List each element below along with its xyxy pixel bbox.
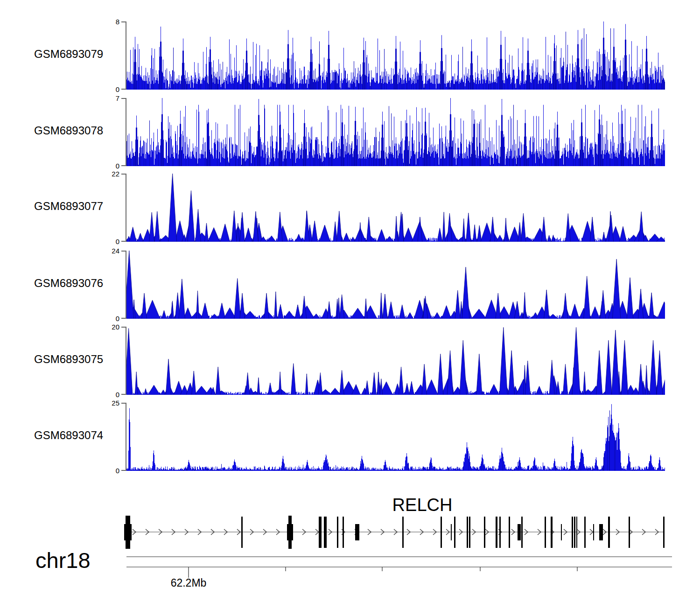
y-axis-max-label: 20: [87, 323, 119, 331]
y-axis-max-label: 22: [87, 170, 119, 178]
exon-rect: [499, 517, 501, 548]
y-axis-zero-label: 0: [87, 162, 119, 170]
y-axis-bottom-tick: [121, 470, 126, 471]
gene-model-svg: [0, 485, 700, 600]
exon-rect: [496, 517, 497, 548]
exon-rect: [343, 517, 344, 548]
coverage-track: GSM6893079 8 0: [0, 21, 700, 90]
gene-name-label: RELCH: [352, 496, 492, 514]
y-axis-bottom-tick: [121, 394, 126, 395]
chromosome-label: chr18: [35, 549, 91, 572]
coverage-track: GSM6893076 24 0: [0, 251, 700, 319]
exon-utr-rect: [287, 524, 293, 540]
coverage-track: GSM6893077 22 0: [0, 174, 700, 242]
exon-rect: [545, 517, 546, 548]
track-sample-label: GSM6893075: [34, 353, 103, 366]
y-axis-zero-label: 0: [87, 467, 119, 475]
coverage-track: GSM6893078 7 0: [0, 98, 700, 166]
exon-rect: [561, 524, 562, 540]
exon-rect: [324, 517, 327, 548]
exon-rect: [608, 517, 610, 548]
y-axis-max-label: 25: [87, 399, 119, 407]
exon-rect: [241, 517, 243, 548]
exon-rect: [599, 524, 603, 540]
exon-rect: [551, 517, 553, 548]
y-axis-top-tick: [121, 21, 126, 22]
exon-utr-rect: [124, 524, 132, 540]
coordinate-tick-label: 62.2Mb: [151, 577, 226, 589]
exon-rect: [584, 517, 586, 548]
exon-rect: [337, 517, 338, 548]
y-axis-top-tick: [121, 327, 126, 328]
y-axis-max-label: 7: [87, 94, 119, 102]
y-axis-bottom-tick: [121, 89, 126, 90]
y-axis-zero-label: 0: [87, 238, 119, 245]
coverage-signal-canvas: [126, 21, 665, 90]
exon-rect: [663, 517, 665, 548]
exon-rect: [518, 524, 521, 540]
coverage-signal-canvas: [126, 327, 665, 395]
exon-rect: [355, 524, 359, 540]
coverage-signal-canvas: [126, 251, 665, 319]
y-axis-zero-label: 0: [87, 315, 119, 322]
exon-rect: [402, 517, 404, 548]
y-axis-max-label: 8: [87, 18, 119, 26]
track-sample-label: GSM6893078: [34, 124, 103, 137]
exon-rect: [484, 517, 485, 548]
exon-rect: [574, 517, 575, 548]
y-axis-bottom-tick: [121, 241, 126, 242]
exon-rect: [467, 517, 468, 548]
track-sample-label: GSM6893077: [34, 200, 103, 213]
coverage-signal-canvas: [126, 174, 665, 242]
exon-rect: [451, 524, 452, 540]
y-axis-top-tick: [121, 403, 126, 404]
exon-rect: [576, 517, 577, 548]
coverage-track: GSM6893074 25 0: [0, 403, 700, 471]
y-axis-top-tick: [121, 174, 126, 175]
exon-rect: [454, 517, 455, 548]
y-axis-zero-label: 0: [87, 391, 119, 399]
track-sample-label: GSM6893076: [34, 277, 103, 290]
y-axis-bottom-tick: [121, 318, 126, 319]
exon-rect: [572, 517, 573, 548]
coverage-signal-canvas: [126, 98, 665, 166]
exon-rect: [521, 517, 523, 548]
track-sample-label: GSM6893079: [34, 48, 103, 61]
y-axis-bottom-tick: [121, 165, 126, 166]
exon-rect: [509, 517, 510, 548]
exon-rect: [469, 517, 470, 548]
coverage-track: GSM6893075 20 0: [0, 327, 700, 395]
track-sample-label: GSM6893074: [34, 429, 103, 442]
y-axis-top-tick: [121, 251, 126, 252]
exon-rect: [593, 524, 594, 540]
y-axis-top-tick: [121, 98, 126, 99]
y-axis-zero-label: 0: [87, 85, 119, 93]
y-axis-max-label: 24: [87, 247, 119, 255]
coverage-signal-canvas: [126, 403, 665, 471]
genome-browser-figure: GSM6893079 8 0 GSM6893078 7 0 GSM6893077…: [0, 0, 700, 616]
exon-rect: [319, 517, 322, 548]
exon-rect: [441, 517, 442, 548]
exon-rect: [629, 517, 630, 548]
